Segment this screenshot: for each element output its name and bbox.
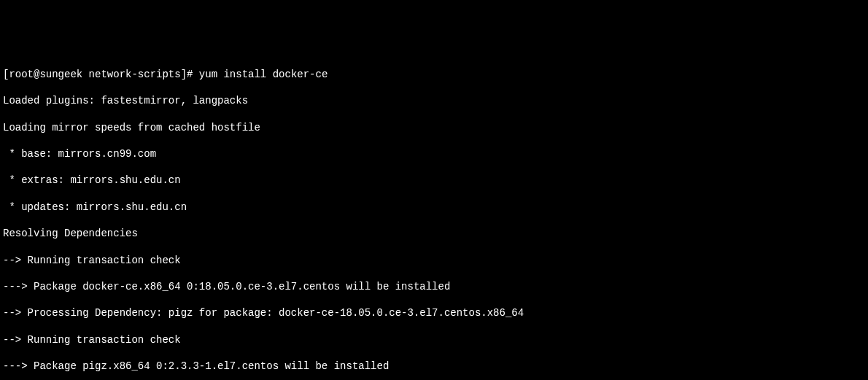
output-line: * extras: mirrors.shu.edu.cn (3, 174, 865, 187)
terminal-output: [root@sungeek network-scripts]# yum inst… (3, 55, 865, 380)
prompt-line: [root@sungeek network-scripts]# yum inst… (3, 68, 865, 81)
output-line: ---> Package docker-ce.x86_64 0:18.05.0.… (3, 280, 865, 293)
output-line: --> Running transaction check (3, 254, 865, 267)
output-line: Loaded plugins: fastestmirror, langpacks (3, 94, 865, 107)
output-line: --> Running transaction check (3, 333, 865, 346)
output-line: --> Processing Dependency: pigz for pack… (3, 306, 865, 319)
output-line: ---> Package pigz.x86_64 0:2.3.3-1.el7.c… (3, 360, 865, 373)
output-line: Loading mirror speeds from cached hostfi… (3, 121, 865, 134)
output-line: * updates: mirrors.shu.edu.cn (3, 201, 865, 214)
command-text: yum install docker-ce (199, 69, 328, 80)
output-line: Resolving Dependencies (3, 227, 865, 240)
output-line: * base: mirrors.cn99.com (3, 147, 865, 160)
shell-prompt: [root@sungeek network-scripts]# (3, 69, 193, 80)
